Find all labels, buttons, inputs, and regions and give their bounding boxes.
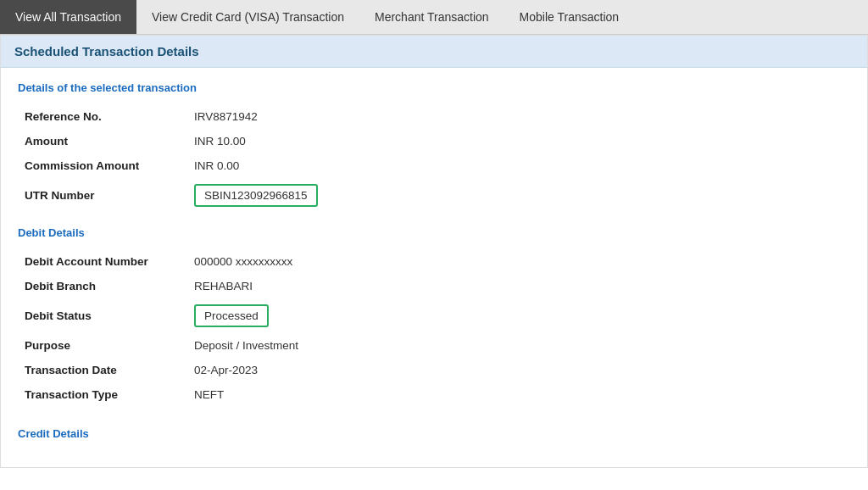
table-row: Amount INR 10.00: [18, 129, 850, 153]
table-row: Debit Branch REHABARI: [18, 274, 850, 298]
content-area: Details of the selected transaction Refe…: [1, 68, 867, 467]
table-row: Commission Amount INR 0.00: [18, 153, 850, 178]
main-content: Scheduled Transaction Details Details of…: [0, 35, 868, 468]
transaction-date-label: Transaction Date: [18, 358, 187, 382]
table-row: Debit Status Processed: [18, 298, 850, 333]
tab-mobile-transaction[interactable]: Mobile Transaction: [504, 0, 635, 34]
debit-status-label: Debit Status: [18, 298, 187, 333]
purpose-value: Deposit / Investment: [187, 333, 850, 358]
ref-no-label: Reference No.: [18, 104, 187, 129]
table-row: Transaction Date 02-Apr-2023: [18, 358, 850, 382]
debit-details-table: Debit Account Number 000000 xxxxxxxxxx D…: [18, 249, 850, 407]
utr-number-value: SBIN123092966815: [187, 178, 850, 213]
table-row: UTR Number SBIN123092966815: [18, 178, 850, 213]
tab-bar: View All Transaction View Credit Card (V…: [0, 0, 868, 35]
table-row: Reference No. IRV8871942: [18, 104, 850, 129]
tab-credit-card-transaction[interactable]: View Credit Card (VISA) Transaction: [136, 0, 359, 34]
sub-section-label: Details of the selected transaction: [18, 81, 850, 94]
debit-branch-value: REHABARI: [187, 274, 850, 298]
table-row: Transaction Type NEFT: [18, 382, 850, 407]
transaction-details-table: Reference No. IRV8871942 Amount INR 10.0…: [18, 104, 850, 213]
debit-branch-label: Debit Branch: [18, 274, 187, 298]
transaction-type-label: Transaction Type: [18, 382, 187, 407]
tab-all-transaction[interactable]: View All Transaction: [0, 0, 136, 34]
table-row: Debit Account Number 000000 xxxxxxxxxx: [18, 249, 850, 274]
section-header: Scheduled Transaction Details: [1, 36, 867, 68]
commission-amount-value: INR 0.00: [187, 153, 850, 178]
transaction-date-value: 02-Apr-2023: [187, 358, 850, 382]
ref-no-value: IRV8871942: [187, 104, 850, 129]
debit-status-highlight-box: Processed: [194, 304, 269, 327]
utr-number-label: UTR Number: [18, 178, 187, 213]
utr-highlight-box: SBIN123092966815: [194, 184, 318, 207]
debit-status-value: Processed: [187, 298, 850, 333]
debit-details-label: Debit Details: [18, 226, 850, 239]
debit-account-label: Debit Account Number: [18, 249, 187, 274]
amount-value: INR 10.00: [187, 129, 850, 153]
table-row: Purpose Deposit / Investment: [18, 333, 850, 358]
transaction-type-value: NEFT: [187, 382, 850, 407]
credit-details-label: Credit Details: [18, 420, 850, 443]
tab-merchant-transaction[interactable]: Merchant Transaction: [359, 0, 504, 34]
debit-account-value: 000000 xxxxxxxxxx: [187, 249, 850, 274]
amount-label: Amount: [18, 129, 187, 153]
commission-amount-label: Commission Amount: [18, 153, 187, 178]
purpose-label: Purpose: [18, 333, 187, 358]
